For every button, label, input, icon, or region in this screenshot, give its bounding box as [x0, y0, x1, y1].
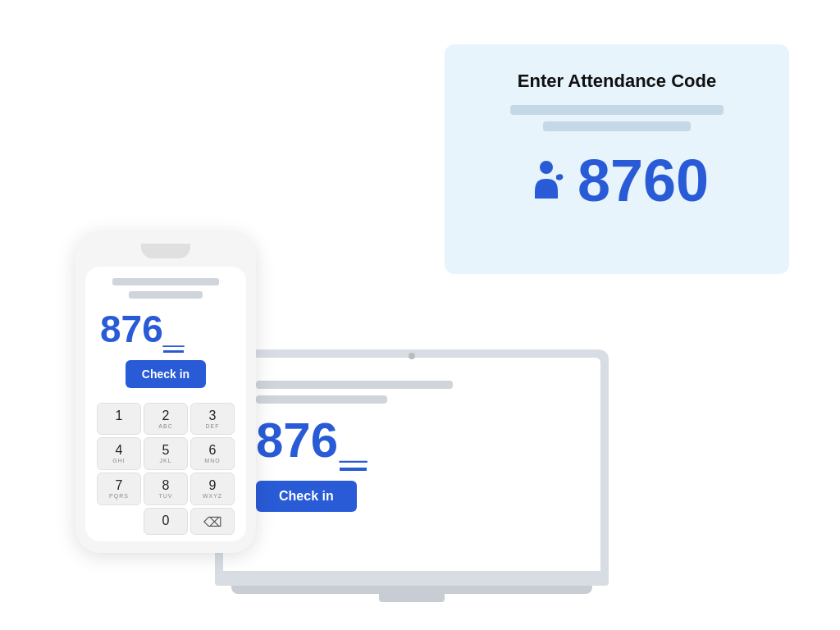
key-6[interactable]: 6MNO — [190, 437, 235, 470]
key-0[interactable]: 0 — [144, 508, 188, 535]
phone-lines — [97, 278, 235, 299]
phone-cursor: _ — [163, 308, 185, 353]
phone-code-digits: 876 — [100, 308, 163, 350]
svg-point-0 — [540, 161, 553, 174]
laptop: 876_ Check in — [215, 349, 609, 602]
laptop-line-1 — [256, 381, 453, 389]
attendance-line-1 — [510, 105, 724, 115]
key-1[interactable]: 1 — [97, 403, 141, 436]
phone-notch — [141, 244, 190, 258]
phone-notch-area — [85, 244, 246, 258]
attendance-code-number: 8760 — [578, 151, 709, 210]
phone-line-2 — [129, 291, 203, 299]
key-5[interactable]: 5JKL — [144, 437, 188, 470]
key-3[interactable]: 3DEF — [190, 403, 235, 436]
attendance-card-lines — [474, 105, 760, 131]
key-8[interactable]: 8TUV — [144, 472, 188, 505]
laptop-checkin-button[interactable]: Check in — [256, 481, 357, 512]
laptop-base — [215, 571, 609, 586]
attendance-line-2 — [543, 121, 691, 131]
phone-code: 876_ — [100, 308, 235, 350]
laptop-screen: 876_ Check in — [223, 358, 600, 571]
laptop-line-2 — [256, 395, 387, 404]
laptop-lines — [256, 381, 568, 404]
phone: 876_ Check in 1 2ABC 3DEF 4GHI 5JKL 6MNO… — [75, 232, 256, 553]
laptop-camera — [409, 353, 415, 359]
key-7[interactable]: 7PQRS — [97, 472, 141, 505]
key-backspace[interactable]: ⌫ — [190, 508, 235, 535]
phone-screen: 876_ Check in 1 2ABC 3DEF 4GHI 5JKL 6MNO… — [85, 267, 246, 541]
laptop-code: 876_ — [256, 413, 367, 468]
key-9[interactable]: 9WXYZ — [190, 472, 235, 505]
backspace-icon: ⌫ — [203, 514, 222, 530]
phone-checkin-button[interactable]: Check in — [126, 360, 206, 388]
key-2[interactable]: 2ABC — [144, 403, 188, 436]
laptop-foot — [231, 586, 592, 594]
scene: Enter Attendance Code 8760 — [51, 28, 789, 602]
laptop-stand — [379, 594, 445, 602]
key-4[interactable]: 4GHI — [97, 437, 141, 470]
phone-line-1 — [112, 278, 219, 285]
keypad: 1 2ABC 3DEF 4GHI 5JKL 6MNO 7PQRS 8TUV 9W… — [97, 403, 235, 535]
laptop-code-digits: 876 — [256, 413, 338, 468]
laptop-cursor: _ — [340, 413, 367, 471]
attendance-card: Enter Attendance Code 8760 — [445, 44, 789, 274]
attendance-code-row: 8760 — [474, 151, 760, 210]
presenter-icon — [525, 159, 568, 202]
attendance-card-title: Enter Attendance Code — [474, 71, 760, 92]
laptop-screen-outer: 876_ Check in — [215, 349, 609, 571]
